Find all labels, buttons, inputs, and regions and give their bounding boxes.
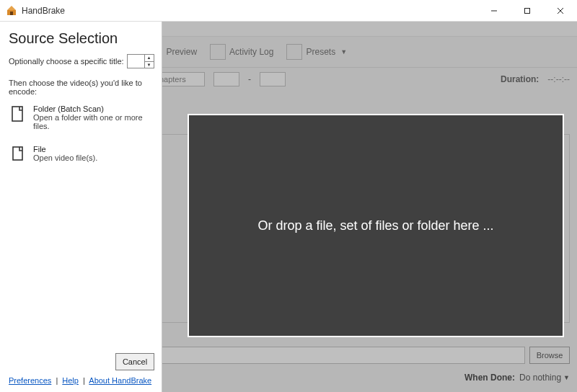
source-option-folder[interactable]: Folder (Batch Scan) Open a folder with o… — [9, 102, 154, 133]
app-icon — [6, 5, 17, 17]
window-title: HandBrake — [22, 6, 65, 16]
source-selection-heading: Source Selection — [9, 30, 154, 47]
source-option-file[interactable]: File Open video file(s). — [9, 142, 154, 166]
then-choose-label: Then choose the video(s) you'd like to e… — [9, 79, 154, 96]
maximize-button[interactable] — [511, 0, 544, 22]
file-icon — [10, 145, 26, 164]
optional-title-label: Optionally choose a specific title: — [9, 57, 124, 66]
source-selection-panel: Source Selection Optionally choose a spe… — [0, 22, 162, 392]
preferences-link[interactable]: Preferences — [9, 376, 51, 385]
footer-links: Preferences | Help | About HandBrake — [9, 376, 154, 385]
spinner-up-icon[interactable]: ▲ — [145, 55, 154, 62]
title-number-input[interactable] — [128, 55, 144, 68]
drop-zone[interactable]: Or drop a file, set of files or folder h… — [188, 114, 564, 337]
drop-zone-text: Or drop a file, set of files or folder h… — [257, 218, 493, 233]
title-number-spinner[interactable]: ▲ ▼ — [127, 54, 154, 68]
source-option-file-sub: Open video file(s). — [33, 153, 97, 162]
svg-rect-2 — [10, 12, 13, 15]
source-option-file-title: File — [33, 145, 97, 153]
svg-rect-4 — [525, 9, 530, 14]
svg-rect-10 — [13, 147, 22, 160]
folder-icon — [10, 104, 26, 123]
minimize-button[interactable] — [477, 0, 511, 22]
titlebar: HandBrake — [0, 0, 577, 22]
cancel-button[interactable]: Cancel — [115, 353, 154, 370]
svg-rect-9 — [12, 107, 22, 121]
help-link[interactable]: Help — [62, 376, 79, 385]
close-button[interactable] — [544, 0, 577, 22]
svg-marker-1 — [7, 6, 16, 10]
window-controls — [477, 0, 577, 22]
spinner-down-icon[interactable]: ▼ — [145, 62, 154, 68]
source-option-folder-title: Folder (Batch Scan) — [33, 104, 153, 113]
about-link[interactable]: About HandBrake — [89, 376, 151, 385]
source-option-folder-sub: Open a folder with one or more files. — [33, 113, 153, 130]
optional-title-row: Optionally choose a specific title: ▲ ▼ — [9, 54, 154, 68]
